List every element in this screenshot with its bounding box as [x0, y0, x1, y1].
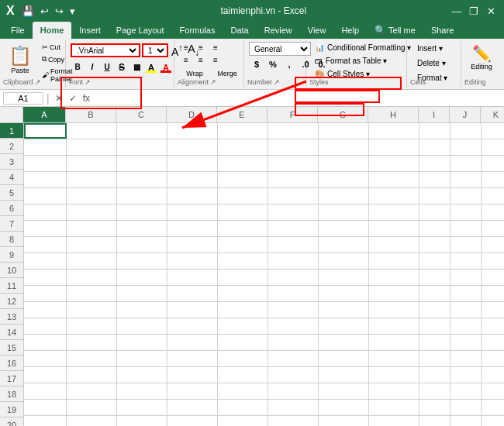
cell-K14[interactable] [482, 335, 504, 350]
cell-H1[interactable] [369, 123, 419, 139]
cell-J10[interactable] [450, 270, 482, 285]
cell-A8[interactable] [24, 237, 67, 253]
cell-D5[interactable] [167, 188, 218, 204]
editing-button[interactable]: ✏️ Editing [466, 42, 497, 73]
col-header-k[interactable]: K [481, 107, 504, 122]
cell-E12[interactable] [218, 302, 268, 318]
row-header-11[interactable]: 11 [0, 278, 23, 294]
cell-I18[interactable] [419, 400, 450, 415]
tab-insert[interactable]: Insert [71, 22, 109, 39]
cell-J7[interactable] [450, 221, 482, 236]
row-header-14[interactable]: 14 [0, 325, 23, 340]
row-header-15[interactable]: 15 [0, 340, 23, 356]
cell-G10[interactable] [319, 270, 369, 285]
cell-D4[interactable] [167, 172, 218, 187]
clipboard-expand-icon[interactable]: ↗ [35, 78, 41, 86]
cell-K12[interactable] [482, 302, 504, 318]
cell-D10[interactable] [167, 270, 218, 285]
cell-B1[interactable] [67, 123, 117, 139]
cell-E5[interactable] [218, 188, 268, 204]
cell-F19[interactable] [268, 416, 319, 426]
cell-J15[interactable] [450, 351, 482, 366]
cell-E13[interactable] [218, 318, 268, 334]
minimize-button[interactable]: — [450, 4, 464, 18]
corner-cell[interactable] [0, 107, 23, 122]
cell-J6[interactable] [450, 204, 482, 220]
cell-B6[interactable] [67, 204, 117, 220]
cell-H14[interactable] [369, 335, 419, 350]
cell-F10[interactable] [268, 270, 319, 285]
cell-A7[interactable] [24, 221, 67, 236]
cell-H4[interactable] [369, 172, 419, 187]
cell-C13[interactable] [117, 318, 167, 334]
col-header-a[interactable]: A [23, 107, 66, 122]
cell-A10[interactable] [24, 270, 67, 285]
cell-J13[interactable] [450, 318, 482, 334]
cell-G9[interactable] [319, 253, 369, 269]
cell-A12[interactable] [24, 302, 67, 318]
cell-H2[interactable] [369, 139, 419, 155]
tab-page-layout[interactable]: Page Layout [109, 22, 172, 39]
cell-I10[interactable] [419, 270, 450, 285]
cell-B13[interactable] [67, 318, 117, 334]
cell-K4[interactable] [482, 172, 504, 187]
row-header-13[interactable]: 13 [0, 309, 23, 325]
col-header-b[interactable]: B [66, 107, 116, 122]
percent-button[interactable]: % [265, 57, 281, 71]
cell-K10[interactable] [482, 270, 504, 285]
col-header-g[interactable]: G [318, 107, 368, 122]
cell-G7[interactable] [319, 221, 369, 236]
cell-D16[interactable] [167, 367, 218, 383]
cell-C9[interactable] [117, 253, 167, 269]
cell-E7[interactable] [218, 221, 268, 236]
cell-D1[interactable] [167, 123, 218, 139]
cell-H12[interactable] [369, 302, 419, 318]
cell-E10[interactable] [218, 270, 268, 285]
cell-D15[interactable] [167, 351, 218, 366]
cell-A11[interactable] [24, 286, 67, 301]
cell-C4[interactable] [117, 172, 167, 187]
cell-G17[interactable] [319, 383, 369, 399]
cell-I14[interactable] [419, 335, 450, 350]
cell-A17[interactable] [24, 383, 67, 399]
cell-C2[interactable] [117, 139, 167, 155]
row-header-20[interactable]: 20 [0, 417, 23, 426]
cell-E4[interactable] [218, 172, 268, 187]
cell-C18[interactable] [117, 400, 167, 415]
col-header-d[interactable]: D [167, 107, 217, 122]
cell-H5[interactable] [369, 188, 419, 204]
bold-button[interactable]: B [71, 60, 85, 74]
row-header-9[interactable]: 9 [0, 247, 23, 263]
cell-E17[interactable] [218, 383, 268, 399]
insert-cells-button[interactable]: Insert ▾ [412, 42, 453, 55]
cell-H19[interactable] [369, 416, 419, 426]
cell-G5[interactable] [319, 188, 369, 204]
row-header-4[interactable]: 4 [0, 170, 23, 185]
cell-I13[interactable] [419, 318, 450, 334]
cell-C12[interactable] [117, 302, 167, 318]
cell-F2[interactable] [268, 139, 319, 155]
row-header-17[interactable]: 17 [0, 371, 23, 386]
tab-data[interactable]: Data [223, 22, 256, 39]
cell-K6[interactable] [482, 204, 504, 220]
cell-K18[interactable] [482, 400, 504, 415]
cell-F5[interactable] [268, 188, 319, 204]
cell-K15[interactable] [482, 351, 504, 366]
col-header-i[interactable]: I [419, 107, 450, 122]
cell-J11[interactable] [450, 286, 482, 301]
confirm-formula-icon[interactable]: ✓ [67, 92, 79, 105]
cell-H11[interactable] [369, 286, 419, 301]
cell-B5[interactable] [67, 188, 117, 204]
cell-F7[interactable] [268, 221, 319, 236]
cell-E9[interactable] [218, 253, 268, 269]
cell-K5[interactable] [482, 188, 504, 204]
tab-tell-me[interactable]: 🔍 Tell me [367, 22, 423, 39]
cell-D11[interactable] [167, 286, 218, 301]
font-name-select[interactable]: .VnArial Arial Calibri [71, 43, 140, 57]
row-header-1[interactable]: 1 [0, 123, 23, 139]
cell-D14[interactable] [167, 335, 218, 350]
cell-C7[interactable] [117, 221, 167, 236]
cell-H15[interactable] [369, 351, 419, 366]
cell-C11[interactable] [117, 286, 167, 301]
cell-C3[interactable] [117, 156, 167, 171]
